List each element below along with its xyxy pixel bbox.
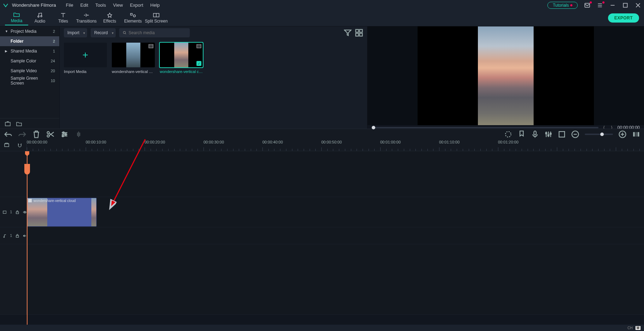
svg-point-21 bbox=[63, 131, 65, 133]
marker-button[interactable] bbox=[518, 130, 525, 138]
media-item-label: Import Media bbox=[64, 69, 107, 74]
module-elements[interactable]: Elements bbox=[121, 11, 145, 25]
maximize-button[interactable] bbox=[622, 2, 628, 8]
sidebar-item-label: Folder bbox=[11, 39, 24, 44]
module-effects[interactable]: Effects bbox=[98, 11, 121, 25]
svg-rect-10 bbox=[360, 30, 363, 32]
tasks-icon[interactable] bbox=[597, 2, 603, 8]
media-item[interactable]: ✓ wondershare-vertical clo... bbox=[160, 43, 203, 74]
audio-track-head: 1 bbox=[0, 227, 27, 244]
plus-icon: + bbox=[83, 49, 88, 61]
import-dropdown[interactable]: Import bbox=[64, 28, 87, 37]
svg-point-24 bbox=[505, 131, 511, 137]
grid-view-icon[interactable] bbox=[355, 29, 363, 37]
svg-rect-40 bbox=[16, 235, 19, 237]
preview-viewport[interactable] bbox=[367, 26, 644, 125]
media-item[interactable]: wondershare-vertical pla... bbox=[112, 43, 155, 74]
messages-icon[interactable] bbox=[584, 2, 590, 8]
audio-stretch-button[interactable] bbox=[75, 130, 83, 138]
render-preview-button[interactable] bbox=[504, 130, 512, 138]
elements-icon bbox=[129, 12, 136, 18]
status-ch: CH bbox=[627, 326, 632, 330]
search-icon bbox=[123, 31, 127, 35]
transitions-icon bbox=[83, 12, 90, 18]
module-media-label: Media bbox=[11, 18, 23, 23]
clip-play-icon bbox=[28, 199, 32, 202]
scrub-slider[interactable] bbox=[372, 127, 599, 128]
module-effects-label: Effects bbox=[103, 19, 116, 24]
delete-button[interactable] bbox=[32, 130, 40, 138]
sidebar-item-project-media[interactable]: ▼ Project Media 2 bbox=[0, 26, 59, 36]
sidebar-item-count: 10 bbox=[51, 79, 55, 83]
module-split-screen[interactable]: Split Screen bbox=[145, 11, 168, 25]
module-transitions[interactable]: Transitions bbox=[75, 11, 98, 25]
redo-button[interactable] bbox=[18, 130, 26, 138]
playhead[interactable] bbox=[27, 151, 28, 325]
folder-icon bbox=[13, 12, 20, 18]
sidebar-item-folder[interactable]: Folder 2 bbox=[0, 36, 59, 46]
module-titles[interactable]: Titles bbox=[51, 11, 75, 25]
minimize-button[interactable] bbox=[609, 2, 616, 8]
speaker-icon[interactable] bbox=[23, 234, 26, 238]
preview-panel: { } 00:00:00:00 1/2 ▾ bbox=[367, 26, 644, 129]
notification-dot-icon bbox=[570, 4, 572, 6]
media-search[interactable] bbox=[119, 28, 190, 37]
timeline-clip[interactable]: wondershare-vertical cloud bbox=[27, 198, 97, 227]
split-button[interactable] bbox=[47, 130, 54, 138]
record-dropdown[interactable]: Record bbox=[91, 28, 116, 37]
audio-mixer-button[interactable] bbox=[545, 130, 552, 138]
zoom-fit-button[interactable] bbox=[632, 130, 640, 138]
track-spacer[interactable] bbox=[0, 151, 644, 197]
new-folder-icon[interactable] bbox=[16, 121, 22, 126]
timeline-options-button[interactable] bbox=[3, 141, 11, 149]
menu-tools[interactable]: Tools bbox=[95, 2, 106, 8]
svg-rect-29 bbox=[559, 131, 565, 137]
sidebar-item-sample-green-screen[interactable]: Sample Green Screen 10 bbox=[0, 76, 59, 86]
module-media[interactable]: Media bbox=[5, 11, 28, 25]
statusbar: CH M bbox=[0, 325, 644, 331]
check-icon: ✓ bbox=[196, 61, 201, 66]
timeline-zoom-slider[interactable] bbox=[585, 134, 613, 135]
zoom-out-button[interactable] bbox=[571, 130, 579, 138]
menu-view[interactable]: View bbox=[113, 2, 123, 8]
ruler-label: 00:01:00:00 bbox=[380, 140, 401, 144]
new-bin-icon[interactable] bbox=[5, 121, 11, 126]
svg-rect-26 bbox=[546, 133, 547, 134]
search-input[interactable] bbox=[129, 30, 186, 35]
menu-help[interactable]: Help bbox=[150, 2, 160, 8]
tutorials-button[interactable]: Tutorials bbox=[547, 2, 578, 9]
svg-point-5 bbox=[133, 15, 135, 17]
track-spacer[interactable] bbox=[0, 244, 644, 315]
lock-icon[interactable] bbox=[16, 234, 19, 238]
sidebar-item-count: 2 bbox=[53, 39, 55, 43]
voiceover-button[interactable] bbox=[531, 130, 539, 138]
media-import-tile[interactable]: + Import Media bbox=[64, 43, 107, 74]
filter-icon[interactable] bbox=[344, 29, 352, 37]
video-track-1[interactable]: 1 wondershare-vertical cloud bbox=[0, 197, 644, 227]
eye-icon[interactable] bbox=[23, 210, 26, 214]
close-button[interactable] bbox=[635, 2, 641, 8]
edit-properties-button[interactable] bbox=[61, 130, 68, 138]
timeline-tracks: 1 wondershare-vertical cloud bbox=[0, 151, 644, 325]
menu-export[interactable]: Export bbox=[130, 2, 143, 8]
module-transitions-label: Transitions bbox=[76, 19, 97, 24]
zoom-in-button[interactable] bbox=[619, 130, 626, 138]
sidebar-item-count: 24 bbox=[51, 59, 55, 63]
chevron-down-icon: ▼ bbox=[5, 30, 8, 33]
menu-edit[interactable]: Edit bbox=[80, 2, 88, 8]
sidebar-item-sample-color[interactable]: Sample Color 24 bbox=[0, 56, 59, 66]
ruler-label: 00:00:50:00 bbox=[321, 140, 342, 144]
crop-button[interactable] bbox=[558, 130, 566, 138]
module-audio[interactable]: Audio bbox=[28, 11, 51, 25]
text-icon bbox=[60, 12, 67, 18]
svg-point-19 bbox=[47, 131, 49, 134]
undo-button[interactable] bbox=[4, 130, 12, 138]
magnet-snap-button[interactable] bbox=[16, 141, 24, 149]
export-button[interactable]: EXPORT bbox=[608, 13, 639, 23]
timeline-ruler[interactable]: 00:00:00:0000:00:10:0000:00:20:0000:00:3… bbox=[0, 139, 644, 151]
sidebar-item-sample-video[interactable]: Sample Video 20 bbox=[0, 66, 59, 76]
sidebar-item-shared-media[interactable]: ▶ Shared Media 1 bbox=[0, 46, 59, 56]
menu-file[interactable]: File bbox=[66, 2, 73, 8]
lock-icon[interactable] bbox=[16, 210, 19, 214]
audio-track-1[interactable]: 1 bbox=[0, 227, 644, 244]
